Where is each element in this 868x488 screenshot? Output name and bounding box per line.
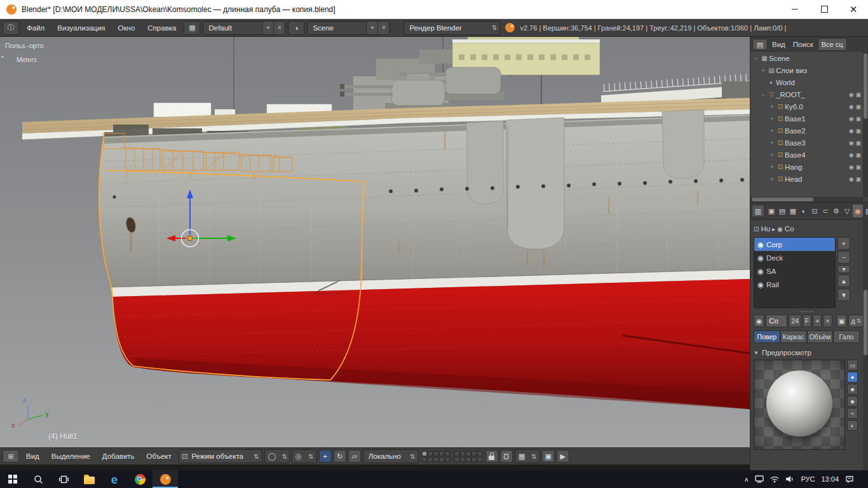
outliner-row-base4[interactable]: + ⊡ Base4 ◉▣ <box>750 149 863 161</box>
move-slot-up-button[interactable]: ▲ <box>837 274 850 287</box>
menu-object[interactable]: Объект <box>142 452 177 460</box>
layer-cell[interactable] <box>439 457 444 462</box>
screen-browse-icon[interactable]: ▦ <box>184 21 200 35</box>
expander-icon[interactable]: + <box>768 104 776 110</box>
blender-taskbar-button[interactable] <box>153 470 178 488</box>
expander-icon[interactable]: + <box>768 176 776 182</box>
type-volume-button[interactable]: Объём <box>807 330 834 343</box>
outliner-row-base2[interactable]: + ⊡ Base2 ◉▣ <box>750 125 863 137</box>
camera-icon[interactable]: ▣ <box>855 152 861 158</box>
layer-cell[interactable] <box>466 457 471 462</box>
material-slot-deck[interactable]: ◉ Deck <box>754 251 835 264</box>
scene-add-button[interactable]: + <box>366 22 377 34</box>
outliner-row-base3[interactable]: + ⊡ Base3 ◉▣ <box>750 137 863 149</box>
orientation-dropdown[interactable]: Локально ⇅ <box>363 449 419 463</box>
slot-specials-button[interactable]: ▾ <box>837 265 850 273</box>
task-view-button[interactable] <box>51 470 76 488</box>
minimize-button[interactable] <box>780 0 810 18</box>
camera-icon[interactable]: ▣ <box>855 176 861 182</box>
layer-cell[interactable] <box>445 457 450 462</box>
breadcrumb-material[interactable]: Co <box>785 225 794 233</box>
layer-cell[interactable] <box>477 451 482 456</box>
expander-icon[interactable]: + <box>768 116 776 122</box>
eye-icon[interactable]: ◉ <box>849 176 854 182</box>
material-browse-button[interactable]: ◉ <box>754 315 764 327</box>
taskbar-search-button[interactable] <box>25 470 51 488</box>
layer-cell[interactable] <box>471 451 477 456</box>
material-slot-rail[interactable]: ◉ Rail <box>754 278 835 291</box>
fake-user-button[interactable]: F <box>803 315 811 327</box>
outliner-row-renderlayers[interactable]: + ▤ Слои виз <box>750 64 863 76</box>
mode-dropdown[interactable]: ⊡ Режим объекта ⇅ <box>179 449 262 463</box>
layer-cell[interactable] <box>433 451 438 456</box>
material-slot-sa[interactable]: ◉ SA <box>754 264 835 278</box>
outliner-editor-icon[interactable]: ▤ <box>752 39 768 50</box>
layer-cell[interactable] <box>433 457 438 462</box>
menu-help[interactable]: Справка <box>142 24 181 32</box>
pin-button[interactable]: ▣ <box>836 315 848 327</box>
menu-add[interactable]: Добавить <box>97 452 140 460</box>
opengl-anim-button[interactable]: ▶ <box>557 450 569 463</box>
edge-button[interactable]: e <box>102 470 127 488</box>
tab-modifiers[interactable]: ⚙ <box>831 205 841 217</box>
tab-texture[interactable]: ▨ <box>864 205 868 217</box>
menu-window[interactable]: Окно <box>113 24 140 32</box>
manipulator-rotate-button[interactable]: ↻ <box>334 450 346 463</box>
info-editor-icon[interactable]: ⓘ <box>3 21 19 35</box>
layer-cell[interactable] <box>454 451 459 456</box>
menu-select[interactable]: Выделение <box>46 452 95 460</box>
outliner-hscrollbar[interactable] <box>750 197 863 202</box>
eye-icon[interactable]: ◉ <box>849 128 854 134</box>
pivot-dropdown[interactable]: ◎ ⇅ <box>292 449 317 463</box>
properties-editor-icon[interactable]: ▥ <box>752 205 764 217</box>
tray-expand-icon[interactable]: ∧ <box>744 476 749 483</box>
manipulator-scale-button[interactable]: ▱ <box>348 450 361 463</box>
expander-icon[interactable]: − <box>752 55 760 62</box>
menu-view[interactable]: Вид <box>21 452 44 460</box>
region-collapse-arrow[interactable]: ◂ <box>1 53 4 60</box>
preview-hair-button[interactable]: ≈ <box>847 408 858 419</box>
snap-element-dropdown[interactable]: ▦ ⇅ <box>515 449 540 463</box>
start-button[interactable] <box>0 470 25 488</box>
layer-cell[interactable] <box>428 451 433 456</box>
breadcrumb-object[interactable]: Hu <box>761 225 770 233</box>
eye-icon[interactable]: ◉ <box>849 92 854 98</box>
outliner-menu-search[interactable]: Поиск <box>790 41 817 48</box>
file-explorer-button[interactable] <box>76 470 102 488</box>
expander-icon[interactable]: − <box>759 92 767 98</box>
expander-icon[interactable]: + <box>768 128 776 134</box>
layer-cell[interactable] <box>428 457 433 462</box>
scene-browse-icon[interactable]: ◑ <box>288 21 304 35</box>
outliner-row-root[interactable]: − ▽ _ROOT_ ◉▣ <box>750 88 863 100</box>
tab-material[interactable]: ◉ <box>853 205 863 217</box>
scene-field[interactable]: Scene + × <box>307 21 390 35</box>
new-material-button[interactable]: + <box>813 315 822 327</box>
tab-object[interactable]: ⊡ <box>810 205 820 217</box>
tab-render[interactable]: ▣ <box>766 205 776 217</box>
layer-cell[interactable] <box>422 457 427 462</box>
menu-render[interactable]: Визуализация <box>52 24 110 32</box>
outliner-row-base1[interactable]: + ⊡ Base1 ◉▣ <box>750 112 863 125</box>
layer-cell[interactable] <box>445 451 450 456</box>
tab-object-data[interactable]: ▽ <box>842 205 852 217</box>
camera-icon[interactable]: ▣ <box>855 140 861 146</box>
properties-vscrollbar[interactable] <box>863 219 868 471</box>
window-titlebar[interactable]: Blender* [D:\МОИ МОДЕЛИ\USSA\Okean\Komso… <box>0 0 868 19</box>
camera-icon[interactable]: ▣ <box>855 164 861 170</box>
layer-cell[interactable] <box>460 451 465 456</box>
outliner-row-cube[interactable]: + ⊡ Куб.0 ◉▣ <box>750 100 863 112</box>
material-name-field[interactable]: Co <box>766 315 787 327</box>
layer-cell[interactable] <box>460 457 465 462</box>
volume-icon[interactable] <box>785 475 794 483</box>
expander-icon[interactable]: + <box>768 152 776 158</box>
scrollbar-thumb[interactable] <box>864 290 867 355</box>
material-slot-corp[interactable]: ◉ Corp <box>754 238 835 251</box>
unlink-material-button[interactable]: × <box>823 315 832 327</box>
action-center-icon[interactable] <box>845 475 854 483</box>
preview-monkey-button[interactable]: ☻ <box>847 396 858 407</box>
tab-render-layers[interactable]: ▤ <box>777 205 787 217</box>
outliner-row-world[interactable]: ◐ World <box>750 76 863 88</box>
tab-constraints[interactable]: ⊂ <box>820 205 831 217</box>
layer-cell[interactable] <box>454 457 459 462</box>
collapsed-editor-strip[interactable] <box>0 464 868 470</box>
